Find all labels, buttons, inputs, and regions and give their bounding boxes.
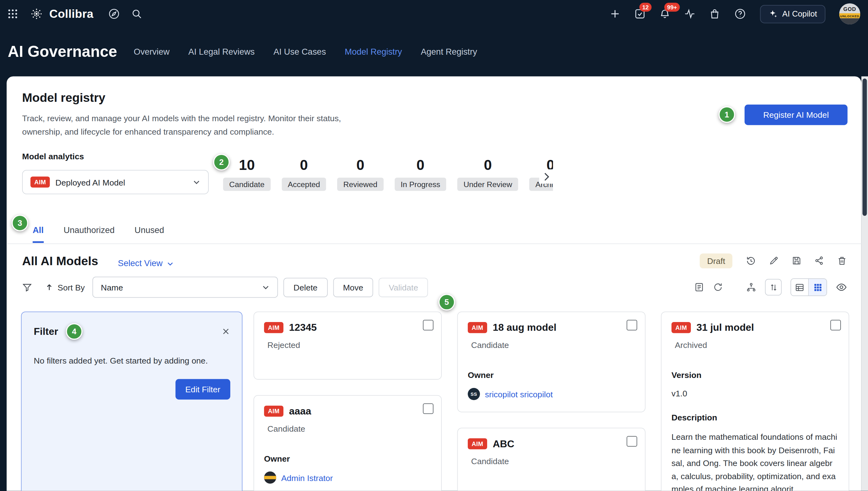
stat-count: 10 <box>239 157 255 173</box>
select-view-dropdown[interactable]: Select View <box>118 258 173 268</box>
avatar-text-band: UNLOCKED <box>839 13 860 19</box>
history-icon[interactable] <box>746 256 756 266</box>
tab-unauthorized[interactable]: Unauthorized <box>63 225 114 243</box>
chevron-down-icon <box>262 283 270 291</box>
view-status-badge: Draft <box>700 253 732 268</box>
sort-by-control[interactable]: Sort By <box>45 282 85 292</box>
aim-badge: AIM <box>264 406 283 417</box>
stats-scroll-right-chevron-icon[interactable] <box>539 169 554 184</box>
cards-column-1: AIM 12345 Rejected AIM aaaa Candidate Ow… <box>253 311 442 491</box>
row-height-updown-icon[interactable] <box>765 279 781 295</box>
edit-filter-button[interactable]: Edit Filter <box>175 379 230 400</box>
nav-tab-overview[interactable]: Overview <box>134 47 169 57</box>
view-switcher <box>790 278 827 296</box>
sort-field-select[interactable]: Name <box>92 277 278 298</box>
nav-tab-model-registry[interactable]: Model Registry <box>345 47 402 57</box>
card-checkbox[interactable] <box>831 320 841 330</box>
card-header: AIM 31 jul model <box>671 321 839 335</box>
card-checkbox[interactable] <box>423 320 434 330</box>
delete-trash-icon[interactable] <box>837 256 847 266</box>
card-status: Rejected <box>268 340 431 351</box>
page-title: Model registry <box>22 91 105 105</box>
sort-field-value: Name <box>101 282 123 292</box>
step-badge-5: 5 <box>438 294 455 311</box>
table-view-icon[interactable] <box>791 279 809 295</box>
top-bar-right: 12 99+ AI Copilot GOD UNLOCKED <box>610 3 860 24</box>
filter-panel-header: Filter 4 <box>22 312 242 340</box>
filter-empty-text: No filters added yet. Get started by add… <box>22 355 242 367</box>
user-avatar[interactable]: GOD UNLOCKED <box>839 3 860 24</box>
grid-view-icon[interactable] <box>809 279 827 295</box>
nav-tab-agent-registry[interactable]: Agent Registry <box>421 47 477 57</box>
list-toolbar: Sort By Name Delete Move Validate <box>22 277 847 298</box>
close-icon[interactable] <box>222 328 230 336</box>
list-title: All AI Models <box>22 254 98 268</box>
avatar-text-top: GOD <box>839 6 860 12</box>
tab-all[interactable]: All <box>33 225 44 243</box>
lineage-hierarchy-icon[interactable] <box>746 282 756 292</box>
card-header: AIM 12345 <box>264 321 431 335</box>
register-ai-model-button[interactable]: Register AI Model <box>745 105 848 125</box>
owner-row: Admin Istrator <box>264 471 431 484</box>
help-icon[interactable] <box>734 8 746 20</box>
stat-under-review: 0 Under Review <box>457 157 519 191</box>
delete-button[interactable]: Delete <box>283 277 328 297</box>
marketplace-bag-icon[interactable] <box>709 8 720 19</box>
brand-name: Collibra <box>49 7 93 21</box>
stat-label: Reviewed <box>337 178 383 191</box>
stat-count: 0 <box>300 157 308 173</box>
step-badge-1: 1 <box>719 106 735 123</box>
visibility-eye-icon[interactable] <box>836 282 847 293</box>
owner-avatar <box>264 471 276 484</box>
card-checkbox[interactable] <box>627 320 637 330</box>
primary-nav: Overview AI Legal Reviews AI Use Cases M… <box>134 47 477 57</box>
card-title: 12345 <box>289 321 317 335</box>
report-list-icon[interactable] <box>694 282 704 292</box>
app-window: Collibra 12 99+ <box>0 0 868 491</box>
nav-tab-ai-legal-reviews[interactable]: AI Legal Reviews <box>189 47 255 57</box>
model-analytics-select-value: Deployed AI Model <box>55 177 125 187</box>
tab-unused[interactable]: Unused <box>135 225 164 243</box>
card-checkbox[interactable] <box>627 436 637 446</box>
step-badge-3: 3 <box>11 214 28 231</box>
model-analytics-stats: 10 Candidate 0 Accepted 0 Reviewed 0 In … <box>223 157 553 192</box>
avatar-band <box>264 476 276 480</box>
version-label: Version <box>671 370 839 380</box>
search-icon[interactable] <box>131 8 142 19</box>
description-label: Description <box>671 412 839 423</box>
validate-button[interactable]: Validate <box>379 277 428 297</box>
filter-funnel-icon[interactable] <box>22 282 32 292</box>
description-text: Learn the mathematical foundations of ma… <box>671 430 839 491</box>
model-card-18-aug-model[interactable]: AIM 18 aug model Candidate Owner SS sric… <box>457 311 645 412</box>
model-card-abc[interactable]: AIM ABC Candidate <box>457 428 645 491</box>
aim-badge: AIM <box>468 438 487 449</box>
owner-link[interactable]: Admin Istrator <box>281 473 333 482</box>
model-list-tabs: All Unauthorized Unused <box>33 225 164 243</box>
card-checkbox[interactable] <box>423 404 434 414</box>
tasks-icon[interactable]: 12 <box>635 8 646 19</box>
save-icon[interactable] <box>792 256 802 266</box>
share-icon[interactable] <box>814 256 824 266</box>
model-card-12345[interactable]: AIM 12345 Rejected <box>253 311 442 379</box>
ai-copilot-button[interactable]: AI Copilot <box>760 5 825 23</box>
app-launcher-icon[interactable] <box>8 9 18 19</box>
owner-link[interactable]: sricopilot sricopilot <box>485 389 553 399</box>
move-button[interactable]: Move <box>333 277 373 297</box>
refresh-icon[interactable] <box>713 282 723 292</box>
explore-compass-icon[interactable] <box>108 8 120 20</box>
toolbar-view-icons <box>694 278 847 296</box>
collibra-logo[interactable]: Collibra <box>29 6 93 22</box>
tabs-divider <box>6 243 861 244</box>
model-card-aaaa[interactable]: AIM aaaa Candidate Owner Admin Istrator <box>253 395 442 491</box>
model-analytics-select[interactable]: AIM Deployed AI Model <box>22 170 209 194</box>
notifications-bell-icon[interactable]: 99+ <box>659 8 670 19</box>
create-plus-icon[interactable] <box>610 8 620 19</box>
cards-column-2: AIM 18 aug model Candidate Owner SS sric… <box>457 311 645 491</box>
edit-pencil-icon[interactable] <box>769 256 779 266</box>
nav-tab-ai-use-cases[interactable]: AI Use Cases <box>273 47 326 57</box>
model-card-31-jul-model[interactable]: AIM 31 jul model Archived Version v1.0 D… <box>661 311 849 491</box>
activity-pulse-icon[interactable] <box>684 8 695 19</box>
sort-arrow-up-icon <box>45 283 53 291</box>
scrollbar-thumb[interactable] <box>862 79 867 216</box>
aim-badge: AIM <box>671 322 691 333</box>
